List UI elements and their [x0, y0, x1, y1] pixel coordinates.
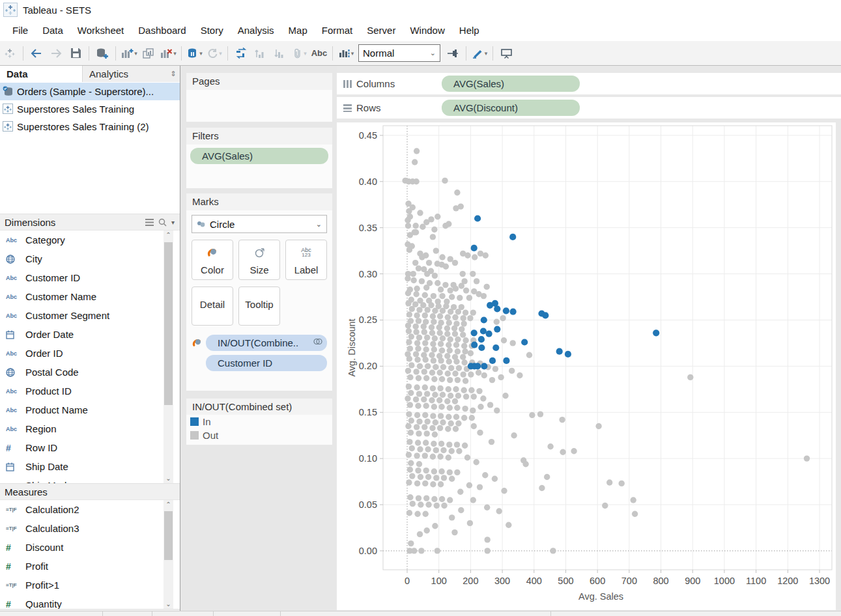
- mark-circle-out[interactable]: [423, 285, 429, 290]
- mark-circle-out[interactable]: [430, 234, 436, 240]
- mark-circle-out[interactable]: [431, 357, 436, 363]
- mark-circle-out[interactable]: [461, 415, 467, 421]
- mark-circle-out[interactable]: [431, 496, 437, 502]
- mark-circle-out[interactable]: [448, 365, 454, 371]
- marks-pill-customer-id[interactable]: Customer ID: [206, 355, 327, 371]
- mark-circle-out[interactable]: [431, 227, 437, 232]
- mark-circle-out[interactable]: [430, 341, 436, 347]
- mark-circle-out[interactable]: [415, 403, 421, 409]
- mark-circle-out[interactable]: [456, 365, 462, 371]
- menu-map[interactable]: Map: [281, 20, 315, 41]
- mark-circle-out[interactable]: [477, 430, 483, 436]
- menu-dashboard[interactable]: Dashboard: [131, 20, 193, 41]
- mark-circle-out[interactable]: [416, 461, 422, 467]
- mark-circle-out[interactable]: [431, 319, 436, 325]
- mark-circle-out[interactable]: [466, 483, 472, 488]
- mark-circle-out[interactable]: [421, 324, 427, 329]
- mark-circle-out[interactable]: [431, 293, 436, 299]
- mark-circle-out[interactable]: [406, 439, 412, 445]
- mark-circle-out[interactable]: [414, 286, 420, 292]
- mark-circle-out[interactable]: [433, 475, 439, 481]
- mark-circle-out[interactable]: [438, 341, 444, 347]
- mark-circle-out[interactable]: [439, 348, 445, 354]
- mark-circle-in[interactable]: [481, 363, 487, 369]
- mark-circle-out[interactable]: [461, 278, 467, 284]
- mark-circle-out[interactable]: [422, 453, 428, 458]
- mark-circle-out[interactable]: [440, 392, 446, 398]
- mark-circle-out[interactable]: [432, 273, 438, 279]
- mark-circle-out[interactable]: [487, 402, 493, 408]
- mark-circle-out[interactable]: [406, 479, 412, 485]
- mark-circle-out[interactable]: [437, 330, 443, 336]
- mark-circle-out[interactable]: [408, 362, 414, 368]
- mark-circle-out[interactable]: [416, 307, 422, 313]
- mark-circle-out[interactable]: [444, 331, 450, 337]
- mark-circle-out[interactable]: [477, 484, 483, 490]
- mark-circle-out[interactable]: [476, 388, 482, 394]
- mark-circle-out[interactable]: [547, 443, 553, 449]
- mark-circle-out[interactable]: [452, 331, 458, 337]
- mark-circle-out[interactable]: [448, 421, 454, 427]
- mark-circle-out[interactable]: [424, 391, 430, 397]
- mark-circle-out[interactable]: [416, 335, 422, 341]
- mark-circle-out[interactable]: [430, 385, 436, 391]
- mark-circle-out[interactable]: [632, 511, 638, 517]
- field-calculation3[interactable]: =T|FCalculation3: [0, 519, 180, 538]
- new-worksheet-button[interactable]: ▾: [121, 45, 137, 62]
- mark-circle-in[interactable]: [503, 307, 509, 314]
- mark-circle-out[interactable]: [458, 203, 464, 209]
- mark-circle-out[interactable]: [462, 406, 468, 412]
- mark-circle-out[interactable]: [446, 386, 451, 392]
- mark-circle-out[interactable]: [421, 369, 427, 374]
- mark-circle-out[interactable]: [441, 475, 447, 481]
- mark-circle-out[interactable]: [476, 370, 481, 376]
- mark-circle-out[interactable]: [405, 223, 411, 229]
- mark-circle-out[interactable]: [461, 371, 466, 377]
- mark-circle-out[interactable]: [407, 467, 413, 473]
- mark-circle-in[interactable]: [474, 215, 481, 221]
- duplicate-sheet-button[interactable]: [140, 45, 157, 62]
- mark-circle-out[interactable]: [478, 404, 483, 410]
- mark-circle-out[interactable]: [425, 501, 431, 507]
- size-button[interactable]: Size: [238, 240, 280, 280]
- mark-circle-out[interactable]: [485, 537, 491, 542]
- mark-circle-out[interactable]: [438, 404, 444, 410]
- mark-circle-out[interactable]: [435, 548, 440, 553]
- field-row-id[interactable]: #Row ID: [0, 438, 180, 457]
- mark-circle-out[interactable]: [409, 473, 415, 479]
- mark-circle-out[interactable]: [452, 371, 458, 376]
- mark-circle-out[interactable]: [438, 357, 444, 363]
- mark-circle-out[interactable]: [407, 402, 413, 408]
- mark-circle-out[interactable]: [453, 342, 459, 348]
- mark-circle-out[interactable]: [422, 292, 428, 298]
- mark-circle-out[interactable]: [413, 229, 419, 235]
- menu-worksheet[interactable]: Worksheet: [70, 20, 131, 41]
- mark-circle-out[interactable]: [448, 287, 453, 293]
- mark-circle-out[interactable]: [447, 348, 453, 354]
- tab-analytics[interactable]: Analytics: [82, 66, 167, 82]
- mark-circle-out[interactable]: [418, 548, 424, 553]
- mark-circle-out[interactable]: [431, 441, 436, 447]
- mark-circle-out[interactable]: [595, 423, 601, 429]
- mark-circle-out[interactable]: [472, 254, 478, 260]
- mark-circle-out[interactable]: [481, 372, 487, 378]
- mark-circle-out[interactable]: [415, 346, 421, 352]
- mark-circle-out[interactable]: [418, 474, 423, 480]
- mark-circle-out[interactable]: [457, 489, 463, 495]
- mark-circle-out[interactable]: [463, 337, 468, 343]
- menu-format[interactable]: Format: [315, 20, 360, 41]
- mark-circle-out[interactable]: [560, 449, 565, 455]
- dimensions-scrollbar[interactable]: ⌃ ⌄: [164, 231, 173, 483]
- datasource-item[interactable]: Superstores Sales Training: [0, 100, 180, 118]
- mark-circle-out[interactable]: [461, 315, 466, 321]
- mark-circle-out[interactable]: [437, 385, 443, 391]
- mark-circle-out[interactable]: [417, 446, 423, 452]
- mark-circle-out[interactable]: [439, 293, 445, 299]
- field-region[interactable]: AbcRegion: [0, 419, 180, 438]
- mark-circle-out[interactable]: [405, 217, 410, 223]
- menu-window[interactable]: Window: [403, 20, 451, 41]
- mark-circle-out[interactable]: [463, 287, 469, 293]
- mark-circle-out[interactable]: [438, 441, 444, 447]
- mark-circle-out[interactable]: [414, 340, 420, 346]
- mark-circle-out[interactable]: [437, 370, 443, 376]
